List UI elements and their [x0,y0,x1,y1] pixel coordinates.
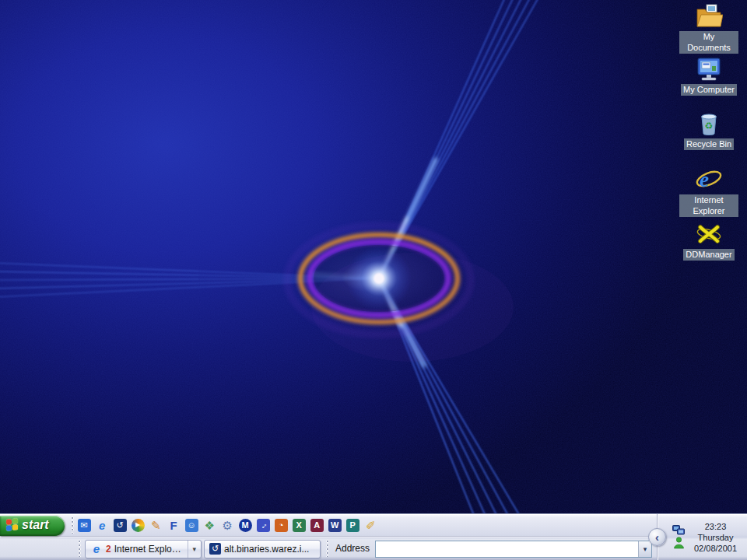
desktop-icon-label: My Computer [681,84,737,96]
window-count-badge: 2 [106,544,111,555]
address-label: Address [335,543,370,554]
ie-group-taskbar-button[interactable]: e 2 Internet Explorer ▾ [85,540,202,558]
address-dropdown-arrow-icon[interactable]: ▾ [638,541,651,557]
outlook-clock-icon[interactable]: ◔ [275,519,288,532]
ddmanager-icon [695,221,723,247]
desktop-wallpaper: My Documents My Computer ♻ Recycle Bin [0,0,747,513]
my-documents-icon [695,3,723,30]
desktop-icon-recycle-bin[interactable]: ♻ Recycle Bin [679,110,739,150]
clock-time: 23:23 [687,521,744,532]
windows-logo-icon [6,518,18,531]
kite-app-icon[interactable]: ❖ [203,519,216,532]
window-buttons-grip[interactable] [78,540,82,557]
access-key-icon[interactable]: A [310,519,324,532]
desktop-icon-label: My Documents [679,31,738,54]
network-icon[interactable] [672,525,685,535]
screen: My Documents My Computer ♻ Recycle Bin [0,0,747,560]
clock-date: 02/08/2001 [687,543,744,554]
tray-clock[interactable]: 23:23 Thursday 02/08/2001 [687,521,747,554]
m-circle-app-icon[interactable]: M [239,519,252,532]
desktop-icon-label: Internet Explorer [679,194,738,217]
desktop-icon-ddmanager[interactable]: DDManager [679,221,739,261]
start-button-label: start [22,518,51,532]
address-input[interactable] [376,542,638,556]
svg-text:♻: ♻ [705,121,714,131]
quicklaunch: ✉e↺▶✎F☺❖⚙M↔◔XAWP✐ [78,519,377,532]
recycle-bin-icon: ♻ [695,110,723,137]
taskbar-button-label: Internet Explorer [114,544,182,555]
desktop-icon-label: Recycle Bin [684,138,734,150]
internet-explorer-icon: e [90,543,103,555]
start-button[interactable]: start [0,516,65,536]
internet-explorer-icon: e [695,165,723,193]
desktop-icon-internet-explorer[interactable]: e Internet Explorer [679,165,739,217]
taskbar-button-label: alt.binaries.warez.i... [224,544,315,555]
messenger-person-icon[interactable] [673,537,685,549]
word-icon[interactable]: W [328,519,342,532]
brush-icon[interactable]: ✐ [364,519,377,532]
desktop-icon-my-documents[interactable]: My Documents [679,3,739,54]
wallpaper-flare-art [0,0,747,513]
clock-day: Thursday [687,532,744,543]
face-app-icon[interactable]: ☺ [185,519,198,532]
address-toolbar-grip[interactable] [326,540,330,557]
show-desktop-icon[interactable]: ↺ [114,519,127,532]
media-player-icon[interactable]: ▶ [132,519,145,532]
quicklaunch-grip[interactable] [71,516,75,534]
newsgroup-window-icon: ↺ [209,543,221,555]
outlook-express-icon[interactable]: ✉ [78,519,91,532]
my-computer-icon [695,56,723,82]
desktop-icon-my-computer[interactable]: My Computer [679,56,739,96]
group-dropdown-arrow-icon[interactable]: ▾ [188,541,196,558]
taskbar-bottom-row: e 2 Internet Explorer ▾ ↺ alt.binaries.w… [0,537,657,559]
address-combobox: ▾ [375,541,652,558]
svg-text:e: e [700,168,709,191]
taskbar-top-row: start ✉e↺▶✎F☺❖⚙M↔◔XAWP✐ [0,514,657,537]
tray-icons [670,525,687,549]
desktop-icon-label: DDManager [683,249,734,261]
pencil-icon[interactable]: ✎ [149,519,163,532]
internet-explorer-icon[interactable]: e [96,519,109,532]
frontpage-icon[interactable]: F [167,519,181,532]
publisher-icon[interactable]: P [346,519,359,532]
taskbar: start ✉e↺▶✎F☺❖⚙M↔◔XAWP✐ e 2 Internet Exp… [0,513,747,560]
arrows-app-icon[interactable]: ↔ [257,519,270,532]
tray-chevron-button[interactable]: ‹ [648,528,666,546]
excel-icon[interactable]: X [293,519,306,532]
system-tray: ‹ 23:23 Thursday 02/08/2001 [657,514,747,560]
gear-app-icon[interactable]: ⚙ [221,519,234,532]
newsgroup-taskbar-button[interactable]: ↺ alt.binaries.warez.i... [204,540,321,558]
